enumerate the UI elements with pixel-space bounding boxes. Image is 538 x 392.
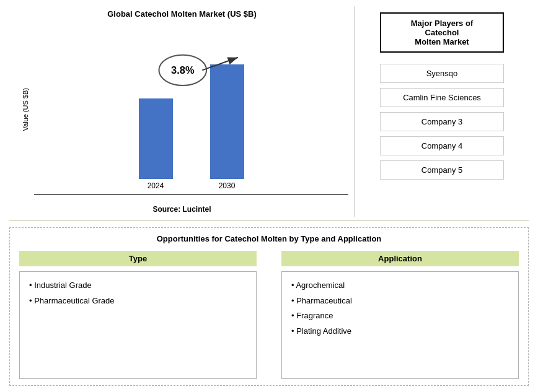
players-area: Major Players of Catechol Molten Market … — [355, 6, 529, 217]
players-title-box: Major Players of Catechol Molten Market — [380, 12, 504, 53]
application-item-4: Plating Additive — [291, 324, 509, 339]
bottom-columns: Type Industrial Grade Pharmaceutical Gra… — [19, 251, 519, 379]
application-column: Application Agrochemical Pharmaceutical … — [281, 251, 519, 379]
player-item-1: Syensqo — [380, 64, 504, 83]
type-header: Type — [19, 251, 257, 266]
chart-wrapper: Value (US $B) 3.8% — [15, 24, 348, 201]
players-title-line1: Major Players of Catechol — [411, 19, 473, 37]
player-item-4: Company 4 — [380, 136, 504, 155]
player-item-5: Company 5 — [380, 160, 504, 180]
player-item-3: Company 3 — [380, 112, 504, 131]
top-section: Global Catechol Molten Market (US $B) Va… — [9, 6, 529, 217]
type-item-1: Industrial Grade — [29, 278, 247, 294]
chart-title: Global Catechol Molten Market (US $B) — [107, 9, 257, 19]
bar-label-2030: 2030 — [219, 181, 236, 190]
type-content: Industrial Grade Pharmaceutical Grade — [19, 271, 257, 379]
x-axis-line — [34, 194, 348, 195]
svg-text:3.8%: 3.8% — [171, 64, 195, 76]
bar-label-2024: 2024 — [148, 181, 164, 190]
bars-container: 3.8% 2024 — [34, 24, 348, 193]
bar-group-2030: 2030 — [210, 64, 244, 190]
application-header: Application — [281, 251, 519, 266]
main-container: Global Catechol Molten Market (US $B) Va… — [0, 0, 538, 392]
bar-2024 — [139, 98, 173, 179]
chart-inner: 3.8% 2024 — [34, 24, 348, 195]
chart-area: Global Catechol Molten Market (US $B) Va… — [9, 6, 355, 217]
application-item-3: Fragrance — [291, 308, 509, 324]
players-title-line2: Molten Market — [415, 37, 469, 46]
application-item-2: Pharmaceutical — [291, 294, 509, 309]
svg-point-0 — [159, 55, 206, 85]
player-item-2: Camlin Fine Sciences — [380, 88, 504, 107]
bar-group-2024: 2024 — [139, 98, 173, 190]
y-axis-label: Value (US $B) — [22, 88, 29, 131]
type-item-2: Pharmaceutical Grade — [29, 294, 247, 309]
horizontal-divider — [9, 220, 529, 221]
application-content: Agrochemical Pharmaceutical Fragrance Pl… — [281, 271, 519, 379]
opportunities-title: Opportunities for Catechol Molten by Typ… — [19, 234, 519, 243]
application-item-1: Agrochemical — [291, 278, 509, 294]
type-column: Type Industrial Grade Pharmaceutical Gra… — [19, 251, 257, 379]
annotation-svg: 3.8% — [34, 24, 348, 193]
bottom-section: Opportunities for Catechol Molten by Typ… — [9, 227, 529, 386]
source-text: Source: Lucintel — [152, 205, 211, 214]
bar-2030 — [210, 64, 244, 179]
